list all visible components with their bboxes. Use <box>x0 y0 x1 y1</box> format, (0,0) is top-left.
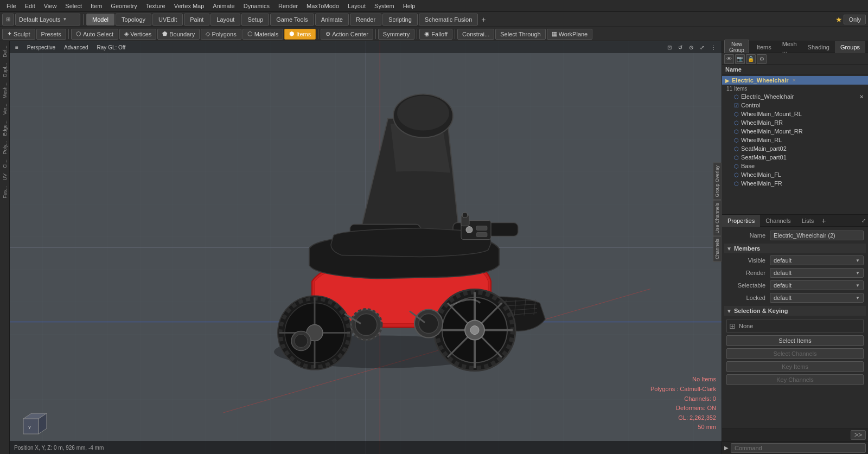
edge-tab-use-channels[interactable]: Use Channels <box>713 200 722 236</box>
viewport-expand-icon[interactable]: ⤢ <box>698 44 706 51</box>
rpb-tab-properties[interactable]: Properties <box>722 215 760 227</box>
edge-tab-channels[interactable]: Channels <box>713 236 722 262</box>
falloff-button[interactable]: ◉ Falloff <box>419 29 452 40</box>
rp-eye-icon[interactable]: 👁 <box>724 54 734 64</box>
menu-file[interactable]: File <box>2 2 21 10</box>
right-command-input[interactable] <box>731 443 866 453</box>
only-button[interactable]: Only <box>844 15 866 24</box>
rp-tree[interactable]: ▶ Electric_Wheelchair ✕ 11 Items ⬡ Elect… <box>722 74 868 214</box>
items-button[interactable]: ⬢ Items <box>284 29 316 40</box>
menu-maxtomodo[interactable]: MaxToModo <box>302 2 343 10</box>
menu-texture[interactable]: Texture <box>142 2 170 10</box>
render-prop-dropdown[interactable]: default <box>770 268 864 278</box>
tab-render[interactable]: Render <box>350 14 381 25</box>
viewport-settings-icon[interactable]: ⋮ <box>709 44 718 51</box>
tab-animate[interactable]: Animate <box>315 14 349 25</box>
tab-setup[interactable]: Setup <box>241 14 269 25</box>
menu-layout[interactable]: Layout <box>343 2 370 10</box>
tree-item-0[interactable]: ⬡ Electric_Wheelchair ✕ <box>722 92 868 101</box>
tab-paint[interactable]: Paint <box>184 14 209 25</box>
viewport-perspective-label[interactable]: Perspective <box>25 44 58 51</box>
tab-game-tools[interactable]: Game Tools <box>270 14 314 25</box>
workplane-button[interactable]: ▦ WorkPlane <box>547 29 593 40</box>
rp-gear-icon[interactable]: ⚙ <box>757 54 767 64</box>
item-remove-0[interactable]: ✕ <box>859 94 864 100</box>
lp-dupl[interactable]: Dupl... <box>1 61 9 79</box>
favorite-icon[interactable]: ★ <box>835 15 843 24</box>
rp-tab-shading[interactable]: Shading <box>802 41 835 53</box>
viewport-advanced-label[interactable]: Advanced <box>62 44 90 51</box>
nav-cube[interactable]: Y <box>21 411 48 438</box>
menu-dynamics[interactable]: Dynamics <box>239 2 274 10</box>
tree-item-8[interactable]: ⬡ Base <box>722 162 868 170</box>
tree-item-10[interactable]: ⬡ WheelMain_FR <box>722 179 868 188</box>
rpb-tab-lists[interactable]: Lists <box>796 215 820 227</box>
layout-icon[interactable]: ⊞ <box>2 14 14 25</box>
tree-item-7[interactable]: ⬡ SeatMain_part01 <box>722 153 868 162</box>
rp-cam-icon[interactable]: 📷 <box>735 54 745 64</box>
lp-uv[interactable]: UV <box>1 171 9 183</box>
rpb-expand-icon[interactable]: ⤢ <box>859 218 868 223</box>
menu-geometry[interactable]: Geometry <box>106 2 141 10</box>
menu-item[interactable]: Item <box>86 2 106 10</box>
lp-def[interactable]: Def... <box>1 43 9 60</box>
boundary-button[interactable]: ⬟ Boundary <box>157 29 200 40</box>
presets-button[interactable]: Presets <box>36 29 66 40</box>
viewport-ray-gl-label[interactable]: Ray GL: Off <box>95 44 128 51</box>
tab-layout[interactable]: Layout <box>210 14 240 25</box>
rp-tab-items[interactable]: Items <box>751 41 777 53</box>
menu-edit[interactable]: Edit <box>21 2 40 10</box>
layout-dropdown[interactable]: Default Layouts <box>15 14 80 25</box>
menu-vertex-map[interactable]: Vertex Map <box>170 2 209 10</box>
tree-item-6[interactable]: ⬡ SeatMain_part02 <box>722 144 868 153</box>
tab-topology[interactable]: Topology <box>116 14 151 25</box>
tree-item-2[interactable]: ⬡ WheelMain_Mount_RL <box>722 110 868 118</box>
name-prop-input[interactable]: Electric_Wheelchair (2) <box>770 231 864 240</box>
group-item-x[interactable]: ✕ <box>792 78 796 83</box>
menu-system[interactable]: System <box>370 2 399 10</box>
materials-button[interactable]: ⬡ Materials <box>242 29 284 40</box>
new-group-button[interactable]: New Group <box>724 40 749 55</box>
viewport-menu-icon[interactable]: ≡ <box>13 44 21 51</box>
tree-item-9[interactable]: ⬡ WheelMain_FL <box>722 170 868 179</box>
tree-group-electric-wheelchair[interactable]: ▶ Electric_Wheelchair ✕ <box>722 76 868 85</box>
polygons-button[interactable]: ◇ Polygons <box>201 29 241 40</box>
select-channels-button[interactable]: Select Channels <box>726 348 864 359</box>
sculpt-button[interactable]: ✦ Sculpt <box>2 29 35 40</box>
viewport-refresh-icon[interactable]: ↺ <box>676 44 685 51</box>
selection-keying-header[interactable]: ▼ Selection & Keying <box>724 306 866 316</box>
rpb-tab-channels[interactable]: Channels <box>760 215 796 227</box>
lp-fus[interactable]: Fus... <box>1 184 9 201</box>
tree-item-1[interactable]: ☑ Control <box>722 101 868 110</box>
select-through-button[interactable]: Select Through <box>495 29 545 40</box>
tab-uvedit[interactable]: UVEdit <box>152 14 183 25</box>
constraints-button[interactable]: Constrai... <box>457 29 494 40</box>
members-section-header[interactable]: ▼ Members <box>724 244 866 253</box>
visible-prop-dropdown[interactable]: default <box>770 255 864 265</box>
rp-tab-groups[interactable]: Groups <box>835 41 865 53</box>
auto-select-button[interactable]: ⬡ Auto Select <box>71 29 118 40</box>
action-center-button[interactable]: ⊕ Action Center <box>321 29 373 40</box>
locked-prop-dropdown[interactable]: default <box>770 293 864 303</box>
rpb-plus-button[interactable]: + <box>819 216 828 225</box>
edge-tab-group-overlay[interactable]: Group Overlay <box>713 163 722 200</box>
key-items-button[interactable]: Key Items <box>726 361 864 372</box>
rp-scroll-right-button[interactable]: >> <box>851 430 866 440</box>
menu-help[interactable]: Help <box>399 2 420 10</box>
lp-cl[interactable]: Cl... <box>1 157 9 170</box>
lp-mesh[interactable]: Mesh... <box>1 80 9 101</box>
symmetry-button[interactable]: Symmetry <box>378 29 415 40</box>
lp-poly[interactable]: Poly... <box>1 139 9 156</box>
lp-edge[interactable]: Edge... <box>1 118 9 138</box>
add-tab-button[interactable]: + <box>479 15 488 24</box>
tree-item-5[interactable]: ⬡ WheelMain_RL <box>722 136 868 144</box>
rp-lock-icon[interactable]: 🔒 <box>746 54 756 64</box>
right-cmd-arrow-icon[interactable]: ▶ <box>724 445 729 451</box>
viewport-cam-icon[interactable]: ⊙ <box>687 44 695 51</box>
tab-scripting[interactable]: Scripting <box>382 14 418 25</box>
rp-top-expand-icon[interactable]: ⤢ <box>865 43 868 50</box>
tree-item-3[interactable]: ⬡ WheelMain_RR <box>722 118 868 127</box>
tab-model[interactable]: Model <box>86 14 114 25</box>
select-items-button[interactable]: Select Items <box>726 335 864 346</box>
menu-animate[interactable]: Animate <box>208 2 239 10</box>
